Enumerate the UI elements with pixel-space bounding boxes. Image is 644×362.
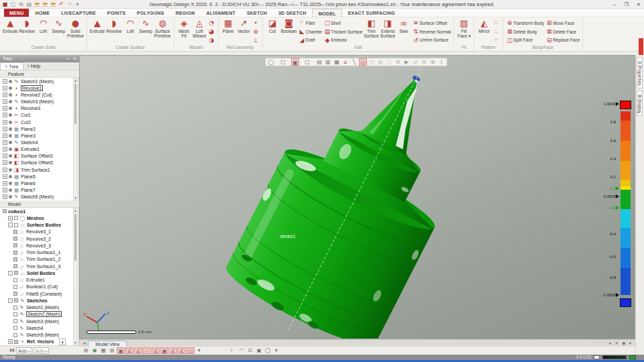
feature-item[interactable]: +✎Sketch5 (Mesh) [0,194,74,200]
selection-filter-icon[interactable]: ⋈ [9,347,15,353]
tab-exact-surfacing[interactable]: EXACT SURFACING [343,9,400,17]
feature-item[interactable]: +◨Trim Surface1 [0,166,74,173]
spline-select-icon[interactable]: ◎ [376,58,384,66]
model-item[interactable]: ▱Boolean1 (Cut) [0,284,74,290]
visibility-toggle-icon[interactable] [9,86,12,90]
minimize-button[interactable]: – [611,0,618,9]
feature-item[interactable]: +▦Plane5 [0,173,74,180]
feature-item[interactable]: +✎Sketch4 [0,139,74,145]
save-icon[interactable]: ▤ [25,1,33,8]
tree-panel-header[interactable]: Tree ⌖ ✕ [0,55,79,62]
close-tab-icon[interactable]: ✕ [615,341,619,346]
revolve-button[interactable]: ◗Revolve [105,18,122,34]
angle-tool3-icon[interactable]: ∠ [152,347,160,354]
tab-scroll-left-icon[interactable]: ◂ [79,341,88,347]
link-view-icon[interactable]: ⊕ [429,58,437,66]
tab-3d-sketch[interactable]: 3D SKETCH [273,9,311,17]
feature-scrollbar[interactable]: ▲ ▼ [73,78,78,200]
fill-face-button[interactable]: ▨Fill Face ▾ [456,18,472,38]
visibility-toggle-icon[interactable] [9,127,12,131]
deviation-colorbar[interactable]: 1.00000.80.60.40.20.10.0000-0.1-0.4-0.6-… [600,98,635,310]
app-icon[interactable]: ■ [1,1,9,8]
expand-icon[interactable]: - [8,298,13,303]
expand-icon[interactable]: + [3,174,7,179]
lasso-select-icon[interactable]: ◌ [385,58,393,66]
visibility-toggle-icon[interactable] [9,121,12,124]
model-item[interactable]: ◇Trim Surface1_3 [0,263,74,269]
doc-right-icon[interactable]: ▥ [324,58,332,66]
colorbar-min-box[interactable] [620,298,631,307]
model-item[interactable]: ◇Revolve3_3 [0,242,74,249]
model-section-header[interactable]: Model [0,200,79,208]
feature-item[interactable]: +◗Revolve3 [0,105,74,112]
checkbox[interactable] [14,340,18,344]
viewport-3d[interactable]: Vector1 ◯·▢·▣·▢·▤▥▦⌂╲▭○◎◌⊘▶▱⊙⊕⁝ X Z Y 2.… [79,55,635,339]
expand-icon[interactable]: + [3,127,7,131]
nozzle-model[interactable] [214,56,496,339]
trim-surface-button[interactable]: ◧Trim Surface [363,18,379,38]
measure-radius-icon[interactable]: ◠ [237,347,246,354]
restore-button[interactable]: ❐ [623,0,630,9]
tab-help[interactable]: ?Help [23,62,45,70]
mirror-button[interactable]: ◭Mirror [476,18,492,34]
vector-button[interactable]: ↗Vector [236,18,252,34]
feature-item[interactable]: +▦Plane3 [0,132,74,139]
close-button[interactable]: ✕ [635,0,642,9]
measure-point-icon[interactable]: ⊡ [246,347,254,354]
tab-polygons[interactable]: POLYGONS [131,9,170,17]
measure-more-icon[interactable]: ▾ [272,347,280,354]
expand-icon[interactable]: - [8,271,13,276]
model-item[interactable]: ✎Sketch1 (Mesh) [0,304,74,311]
checkbox[interactable] [13,333,17,337]
folder-export-icon[interactable]: ⬒ [34,1,41,8]
scroll-thumb[interactable] [74,214,76,261]
checkbox[interactable] [13,264,17,268]
checkbox[interactable] [13,306,17,310]
checkbox[interactable] [14,271,18,275]
surface-offset-button[interactable]: ≡Surface Offset [412,19,451,27]
solid-primitive-button[interactable]: ●Solid Primitive [66,18,85,38]
feature-item[interactable]: +✎Sketch2 (Mesh) [0,78,74,84]
undo-icon[interactable]: ↶ [58,1,65,8]
scroll-up-icon[interactable]: ▲ [74,78,77,82]
overflow-icon[interactable]: ⁝ [437,58,445,66]
reverse-normal-button[interactable]: ⇅Reverse Normal [412,27,451,36]
visibility-toggle-icon[interactable] [9,188,12,192]
model-item[interactable]: ◇Revolve3_1 [0,229,74,235]
rect-select-icon[interactable]: ▭ [359,58,367,66]
checkbox[interactable] [13,326,17,330]
checkbox[interactable] [13,257,17,261]
split-face-button[interactable]: ◫Split Face [506,36,544,45]
paint-select-icon[interactable]: ⊘ [394,58,402,66]
expand-icon[interactable]: + [3,133,7,138]
untrim-surface-button[interactable]: ↺Untrim Surface [412,36,451,45]
pin-tab-icon[interactable]: ◉ [622,341,626,346]
colorbar-max-box[interactable] [620,101,631,109]
expand-icon[interactable]: + [8,339,13,344]
visibility-toggle-icon[interactable] [9,161,12,164]
surface-primitive-button[interactable]: ◍Surface Primitive [154,18,172,38]
model-item[interactable]: ◇Trim Surface1_2 [0,256,74,263]
feature-item[interactable]: +✂Cut2 [0,119,74,125]
pin-icon[interactable]: ⌖ [67,55,70,62]
visibility-toggle-icon[interactable] [9,175,12,178]
checkbox[interactable] [13,243,17,247]
model-scrollbar[interactable]: ▲ ▼ [73,208,78,345]
small-tool-button[interactable]: ∵ [492,36,500,45]
small-tool-button[interactable]: ⊥ [252,36,260,45]
feature-section-header[interactable]: Feature [0,70,79,78]
extra-select-icon[interactable]: ▱ [411,58,419,66]
expand-icon[interactable]: + [3,86,7,90]
expand-icon[interactable]: + [3,188,7,192]
delete-body-button[interactable]: ⊠Delete Body [506,27,544,36]
shaded-box-icon[interactable]: ▣ [291,58,299,66]
globe-green-icon[interactable]: ◉ [91,347,99,354]
angle-tool-icon[interactable]: ∠ [125,347,133,354]
model-item[interactable]: ++Ref. Vectors▾ [0,339,74,345]
colorbar-marker[interactable] [616,194,619,198]
vector-combo[interactable]: ▾ [59,339,65,345]
small-tool-button[interactable]: ∴ [492,27,500,36]
feature-item[interactable]: +◧Surface Offset1 [0,153,74,160]
revolve-button[interactable]: ◗Revolve [18,18,35,34]
small-tool-button[interactable]: • [252,19,260,27]
